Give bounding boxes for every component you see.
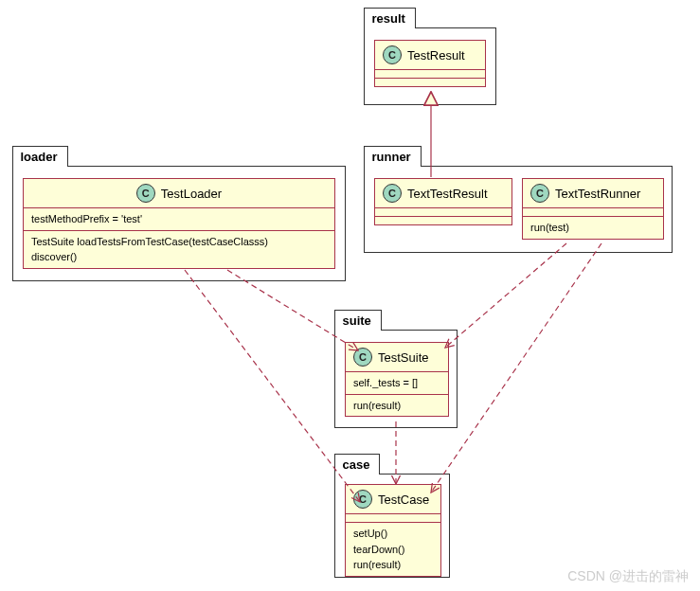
class-icon: C [353,348,372,367]
class-texttestrunner-name: TextTestRunner [555,187,640,201]
class-texttestresult: C TextTestResult [374,178,512,225]
rel-texttestrunner-testsuite [445,243,566,348]
op-row: run(result) [353,557,433,573]
op-row: tearDown() [353,542,433,558]
package-loader: loader C TestLoader testMethodPrefix = '… [12,166,346,281]
op-row: discover() [31,249,327,265]
op-row: TestSuite loadTestsFromTestCase(testCase… [31,234,327,250]
class-testsuite-attrs: self._tests = [] [346,372,448,395]
package-loader-label: loader [12,146,68,167]
op-row: run(result) [353,398,440,414]
class-texttestrunner-attrs [523,208,663,217]
package-result: result C TestResult [364,27,496,105]
package-case-label: case [334,454,381,475]
class-testcase: C TestCase setUp() tearDown() run(result… [345,484,441,577]
class-testresult-name: TestResult [407,48,465,63]
class-testsuite-ops: run(result) [346,395,448,417]
class-icon: C [353,490,372,509]
class-icon: C [136,184,155,203]
op-row: setUp() [353,526,433,542]
attr-row: testMethodPrefix = 'test' [31,211,327,227]
class-testloader-name: TestLoader [161,187,222,201]
class-testloader-ops: TestSuite loadTestsFromTestCase(testCase… [24,231,334,268]
class-testcase-ops: setUp() tearDown() run(result) [346,523,440,576]
class-testcase-name: TestCase [378,492,429,507]
attr-row: self._tests = [] [353,375,440,391]
class-testsuite: C TestSuite self._tests = [] run(result) [345,342,449,417]
class-testresult-ops [375,79,485,86]
class-testsuite-name: TestSuite [378,350,428,365]
class-icon: C [530,184,549,203]
class-icon: C [383,184,402,203]
class-texttestresult-attrs [375,208,512,217]
package-runner: runner C TextTestResult C TextTestRunner… [364,166,673,253]
class-testcase-attrs [346,514,440,523]
class-texttestrunner: C TextTestRunner run(test) [522,178,664,240]
class-testloader: C TestLoader testMethodPrefix = 'test' T… [23,178,335,269]
class-texttestresult-ops [375,217,512,224]
package-case: case C TestCase setUp() tearDown() run(r… [334,474,450,578]
package-result-label: result [364,8,416,28]
class-testresult-attrs [375,70,485,79]
watermark: CSDN @进击的雷神 [567,568,689,585]
package-runner-label: runner [364,146,422,167]
class-testresult: C TestResult [374,40,486,87]
package-suite-label: suite [334,310,382,331]
package-suite: suite C TestSuite self._tests = [] run(r… [334,330,458,428]
class-icon: C [383,45,402,64]
class-texttestresult-name: TextTestResult [407,187,488,201]
op-row: run(test) [530,220,655,236]
class-testloader-attrs: testMethodPrefix = 'test' [24,208,334,231]
class-texttestrunner-ops: run(test) [523,217,663,239]
